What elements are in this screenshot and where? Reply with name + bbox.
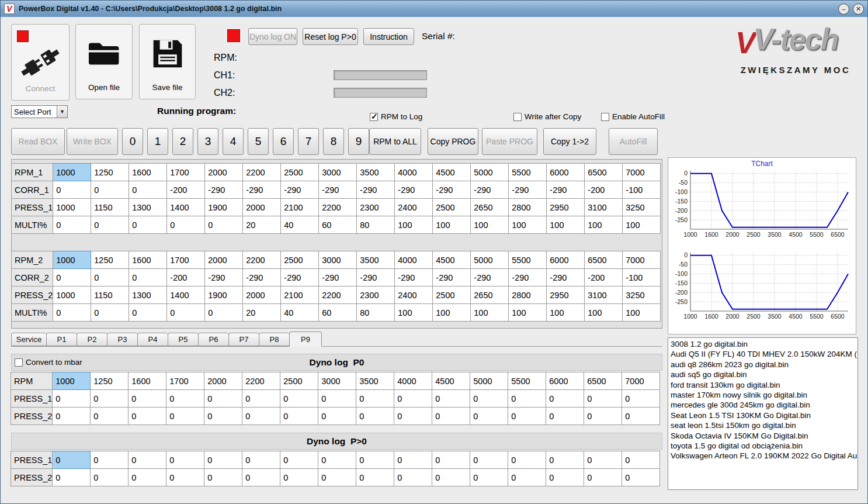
program-7-button[interactable]: 7 — [298, 128, 319, 155]
file-list-item[interactable]: seat leon 1.5tsi 150km go digital.bin — [668, 420, 857, 430]
table-cell[interactable]: 2500 — [433, 199, 471, 216]
table-cell[interactable]: 6500 — [585, 251, 623, 269]
table-cell[interactable]: 2000 — [205, 251, 243, 269]
table-cell[interactable]: 0 — [546, 451, 584, 469]
dropdown-arrow-icon[interactable]: ▼ — [57, 106, 67, 118]
table-cell[interactable]: 4500 — [433, 251, 471, 269]
table-cell[interactable]: 100 — [585, 216, 623, 234]
tab-service[interactable]: Service — [11, 333, 46, 346]
table-cell[interactable]: 0 — [129, 216, 167, 234]
table-cell[interactable]: 100 — [585, 304, 623, 322]
table-cell[interactable]: 2400 — [395, 199, 433, 216]
table-cell[interactable]: -200 — [167, 269, 205, 286]
convert-to-mbar-checkbox[interactable]: Convert to mbar — [15, 358, 82, 367]
minimize-button[interactable]: – — [838, 4, 849, 15]
table-cell[interactable]: 2200 — [243, 164, 281, 181]
table-cell[interactable]: 0 — [53, 408, 91, 425]
table-cell[interactable]: 0 — [53, 181, 91, 199]
table-cell[interactable]: 0 — [280, 469, 318, 486]
table-cell[interactable]: 0 — [91, 451, 129, 469]
table-cell[interactable]: 0 — [91, 408, 129, 425]
table-cell[interactable]: 100 — [623, 304, 661, 322]
table-cell[interactable]: -290 — [471, 269, 509, 286]
table-cell[interactable]: 40 — [281, 304, 319, 322]
table-cell[interactable]: 0 — [242, 451, 280, 469]
table-cell[interactable]: 0 — [622, 451, 660, 469]
tab-p9[interactable]: P9 — [289, 332, 322, 347]
table-cell[interactable]: 0 — [432, 390, 470, 408]
table-cell[interactable]: 20 — [243, 304, 281, 322]
table-cell[interactable]: 2100 — [281, 199, 319, 216]
table-cell[interactable]: -290 — [357, 181, 395, 199]
table-cell[interactable]: 0 — [166, 469, 204, 486]
table-cell[interactable]: 0 — [53, 269, 91, 286]
table-cell[interactable]: 1000 — [53, 251, 91, 269]
close-button[interactable]: ✕ — [853, 4, 864, 15]
table-cell[interactable]: 0 — [470, 408, 508, 425]
table-cell[interactable]: 0 — [205, 216, 243, 234]
table-cell[interactable]: 5500 — [509, 164, 547, 181]
program-5-button[interactable]: 5 — [248, 128, 269, 155]
table-cell[interactable]: 100 — [471, 304, 509, 322]
table-cell[interactable]: 7000 — [623, 251, 661, 269]
tab-p4[interactable]: P4 — [137, 333, 168, 346]
file-list-item[interactable]: audi q8 286km 2023 go digital.bin — [668, 360, 857, 370]
table-cell[interactable]: 0 — [204, 390, 242, 408]
table-cell[interactable]: 2500 — [281, 164, 319, 181]
table-cell[interactable]: 2100 — [281, 286, 319, 304]
table-cell[interactable]: -290 — [433, 269, 471, 286]
table-cell[interactable]: 1300 — [129, 199, 167, 216]
table-cell[interactable]: 0 — [91, 390, 129, 408]
save-file-button[interactable]: Save file — [139, 24, 196, 99]
table-cell[interactable]: 0 — [129, 269, 167, 286]
table-cell[interactable]: 0 — [280, 390, 318, 408]
table-cell[interactable]: 0 — [318, 469, 356, 486]
table-cell[interactable]: 3100 — [585, 286, 623, 304]
copy-prog-button[interactable]: Copy PROG — [428, 128, 478, 155]
table-cell[interactable]: 1000 — [53, 164, 91, 181]
table-cell[interactable]: -290 — [205, 181, 243, 199]
table-cell[interactable]: -290 — [281, 269, 319, 286]
file-list-item[interactable]: 3008 1.2 go digital.bin — [668, 339, 857, 349]
table-cell[interactable]: 100 — [547, 304, 585, 322]
table-cell[interactable]: 0 — [129, 390, 166, 408]
table-cell[interactable]: -290 — [319, 269, 357, 286]
table-cell[interactable]: 0 — [166, 390, 204, 408]
table-cell[interactable]: 2300 — [357, 286, 395, 304]
table-cell[interactable]: 0 — [394, 390, 432, 408]
write-box-button[interactable]: Write BOX — [67, 128, 118, 155]
table-cell[interactable]: 4500 — [433, 164, 471, 181]
table-cell[interactable]: 0 — [53, 304, 91, 322]
table-cell[interactable]: 0 — [242, 469, 280, 486]
file-list-item[interactable]: Seat Leon 1.5 TSI 130KM Go Digital.bin — [668, 410, 857, 420]
table-cell[interactable]: 2000 — [204, 372, 242, 390]
table-cell[interactable]: -290 — [395, 181, 433, 199]
table-cell[interactable]: -290 — [547, 269, 585, 286]
table-cell[interactable]: -290 — [205, 269, 243, 286]
table-cell[interactable]: 0 — [508, 408, 546, 425]
program-4-button[interactable]: 4 — [223, 128, 244, 155]
table-cell[interactable]: 0 — [204, 469, 242, 486]
file-list-item[interactable]: audi sq5 go digital.bin — [668, 370, 857, 379]
table-cell[interactable]: 0 — [394, 469, 432, 486]
table-cell[interactable]: 0 — [91, 269, 129, 286]
table-cell[interactable]: 1700 — [166, 372, 204, 390]
table-cell[interactable]: 1250 — [91, 372, 129, 390]
table-cell[interactable]: 0 — [394, 451, 432, 469]
enable-autofill-checkbox[interactable]: Enable AutoFill — [601, 112, 665, 121]
table-cell[interactable]: 0 — [242, 408, 280, 425]
table-cell[interactable]: 0 — [53, 469, 91, 486]
table-cell[interactable]: 3100 — [585, 199, 623, 216]
table-cell[interactable]: 7000 — [623, 164, 661, 181]
table-cell[interactable]: 0 — [318, 408, 356, 425]
write-after-copy-checkbox[interactable]: Write after Copy — [513, 112, 581, 121]
table-cell[interactable]: 1900 — [205, 199, 243, 216]
table-cell[interactable]: -100 — [623, 269, 661, 286]
table-cell[interactable]: 5500 — [508, 372, 546, 390]
table-cell[interactable]: -290 — [509, 269, 547, 286]
table-cell[interactable]: 2000 — [205, 164, 243, 181]
table-cell[interactable]: 0 — [129, 304, 167, 322]
table-cell[interactable]: 3250 — [623, 286, 661, 304]
table-cell[interactable]: 3500 — [357, 251, 395, 269]
tab-p3[interactable]: P3 — [107, 333, 137, 346]
